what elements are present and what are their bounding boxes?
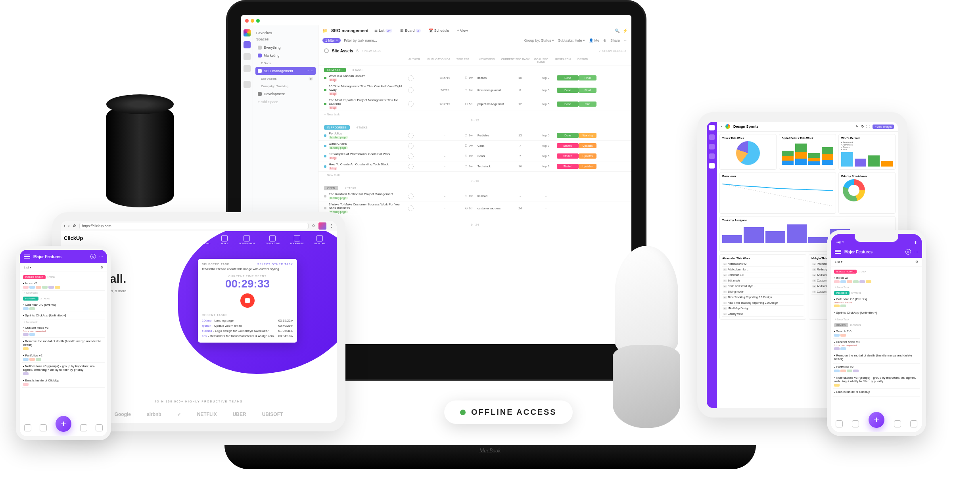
nav-item[interactable]: NOTEPAD <box>199 235 211 245</box>
col-kw[interactable]: KEYWORDS <box>473 58 501 63</box>
col-goal[interactable]: GOAL SEO RANK <box>530 58 552 63</box>
card-sprint-points[interactable]: Sprint Points This Week <box>779 134 836 170</box>
url-input[interactable] <box>79 223 309 229</box>
logo-icon[interactable] <box>709 125 715 130</box>
table-row[interactable]: Portfolioslanding page - ⏲ 1w Portfolios… <box>318 130 631 141</box>
clickup-extension-icon[interactable] <box>318 222 326 230</box>
inbox-rail-icon[interactable] <box>244 65 251 72</box>
view-board[interactable]: ▦ Board 2 <box>398 28 422 33</box>
apps-icon[interactable] <box>244 81 251 88</box>
status-pill[interactable]: COMPLETE <box>324 68 346 72</box>
list-item[interactable]: ●Gallery view <box>722 311 804 317</box>
list-item[interactable]: ●Calendar 2.0 <box>722 272 804 278</box>
nav-item[interactable]: SETTINGS <box>177 235 189 245</box>
reload-icon[interactable]: ⟳ <box>73 224 76 228</box>
recent-task-item[interactable]: ek6hza - Logo design for Goldeneye Swimw… <box>202 328 293 333</box>
recent-task-item[interactable]: fpcn8x - Update Zoom email00:40:29 ▸ <box>202 323 293 328</box>
sidebar-everything[interactable]: Everything <box>255 44 316 52</box>
more-icon[interactable]: ⋯ <box>914 250 918 254</box>
avatar-icon[interactable] <box>408 101 414 107</box>
sidebar-marketing[interactable]: Marketing <box>255 52 316 59</box>
table-row[interactable]: 9 Examples of Professional Goals For Wor… <box>318 151 631 161</box>
add-space-button[interactable]: + Add Space <box>255 98 316 106</box>
new-task-link[interactable]: + New task <box>318 172 631 178</box>
list-item[interactable]: ●New Time Tracking Reporting 2.0 Design <box>722 300 804 306</box>
view-schedule[interactable]: 📅 Schedule <box>427 28 451 33</box>
search-icon[interactable] <box>852 420 859 427</box>
status-pill[interactable]: IN PROGRESS <box>324 125 350 130</box>
status-pill[interactable]: REVIEW <box>834 323 848 327</box>
collapse-toggle[interactable] <box>324 48 329 53</box>
list-item[interactable]: • Portfolios v2 <box>22 352 105 363</box>
table-row[interactable]: Gantt Chartslanding page - ⏲ 2w Gantt 7 … <box>318 141 631 151</box>
bell-icon[interactable] <box>709 144 715 149</box>
nav-item[interactable]: Product <box>158 235 167 245</box>
list-item[interactable]: • Remove the modal of death (handle merg… <box>22 338 105 352</box>
add-fab[interactable]: + <box>56 416 71 432</box>
list-item[interactable]: • Notifications v3 (groups) - group by i… <box>833 374 920 389</box>
new-task-link[interactable]: + New Task <box>833 317 920 322</box>
search-icon[interactable]: 🔍 <box>615 29 619 33</box>
card-whos-behind[interactable]: Who's Behind ▪ Feature A▪ Advanced▪ Retu… <box>838 134 896 170</box>
avatar-icon[interactable] <box>408 205 414 211</box>
sidebar-seo[interactable]: SEO management⋯ + <box>255 67 316 75</box>
table-row[interactable]: How To Create An Outstanding Tech Stackb… <box>318 161 631 172</box>
view-list[interactable]: ☰ List 2+ <box>372 28 394 33</box>
search-icon[interactable] <box>40 424 47 431</box>
recent-task-item[interactable]: bhx - Reminders for Tasks/comments & Ass… <box>202 333 293 339</box>
list-item[interactable]: • Portfolios v2 <box>833 364 920 374</box>
avatar-icon[interactable] <box>408 164 414 169</box>
col-pub[interactable]: PUBLICATION DA... <box>425 58 455 63</box>
card-priority[interactable]: Priority Breakdown <box>838 172 896 214</box>
table-row[interactable]: The KonMari Method for Project Managemen… <box>318 191 631 201</box>
share-button[interactable]: Share <box>610 38 620 42</box>
menu-icon[interactable] <box>24 254 30 259</box>
add-view[interactable]: + View <box>455 28 470 33</box>
menu-icon[interactable]: ⋮ <box>330 224 334 228</box>
new-task-link[interactable]: + New task <box>318 111 631 118</box>
list-item[interactable]: • Search 2.0 <box>833 328 920 339</box>
list-item[interactable]: • Inbox v2 <box>833 274 920 285</box>
back-icon[interactable]: ‹ <box>721 125 722 128</box>
nav-item[interactable]: BOOKMARK <box>290 235 304 245</box>
select-other-link[interactable]: SELECT OTHER TASK <box>257 263 293 266</box>
filter-input[interactable] <box>344 38 521 42</box>
status-pill[interactable]: ISSUES FOUND <box>23 275 46 279</box>
back-icon[interactable]: ‹ <box>64 224 65 228</box>
inbox-icon[interactable] <box>96 424 103 431</box>
add-widget-button[interactable]: + Add Widget <box>873 125 894 129</box>
col-research[interactable]: RESEARCH <box>552 58 574 63</box>
filter-icon[interactable]: ⚙ <box>100 266 103 269</box>
status-pill[interactable]: PENDING <box>834 291 850 295</box>
card-burndown[interactable]: Burndown <box>719 172 836 214</box>
inbox-icon[interactable] <box>910 420 917 427</box>
groupby-dropdown[interactable]: Group by: Status ▾ <box>524 38 554 42</box>
avatar-icon[interactable] <box>408 75 414 81</box>
new-task-link[interactable]: + NEW TASK <box>362 49 381 53</box>
status-pill[interactable]: ISSUES FOUND <box>834 270 857 274</box>
bolt-icon[interactable]: ⚡ <box>623 29 627 33</box>
phone-task-list[interactable]: ISSUES FOUND 1 TASK• Inbox v2+ New TaskP… <box>831 266 922 398</box>
list-item[interactable]: • Emails inside of ClickUp <box>833 389 920 397</box>
window-controls[interactable] <box>245 19 260 23</box>
avatar-icon[interactable] <box>408 87 414 93</box>
list-item[interactable]: ●Notifications v2 <box>722 261 804 267</box>
list-item[interactable]: • Emails inside of ClickUp <box>22 377 105 388</box>
forward-icon[interactable]: › <box>68 224 69 228</box>
nav-item[interactable]: TASKS <box>221 235 228 245</box>
more-icon[interactable]: ⋯ + <box>305 69 313 73</box>
sidebar-site-assets[interactable]: Site Assets6 <box>255 75 316 82</box>
list-item[interactable]: ●Code and small style ... <box>722 284 804 289</box>
table-row[interactable]: 10 Time Management Tips That Can Help Yo… <box>318 83 631 97</box>
status-pill[interactable]: OPEN <box>324 186 338 190</box>
list-item[interactable]: • Sprints ClickApp [Unlimited+] <box>22 312 105 320</box>
view-dropdown[interactable]: List ▾ <box>835 260 842 264</box>
phone-task-list[interactable]: ISSUES FOUND 1 TASK• Inbox v2+ New taskP… <box>20 272 107 389</box>
view-dropdown[interactable]: List ▾ <box>24 266 31 269</box>
assignee-icon[interactable]: ⊕ <box>603 38 606 42</box>
home-icon[interactable] <box>836 420 843 427</box>
col-est[interactable]: TIME EST... <box>455 58 473 63</box>
table-row[interactable]: 3 Ways To Make Customer Success Work For… <box>318 201 631 215</box>
list-item[interactable]: ●Edit mode <box>722 278 804 284</box>
list-item[interactable]: • Notifications v3 (groups) - group by i… <box>22 363 105 377</box>
